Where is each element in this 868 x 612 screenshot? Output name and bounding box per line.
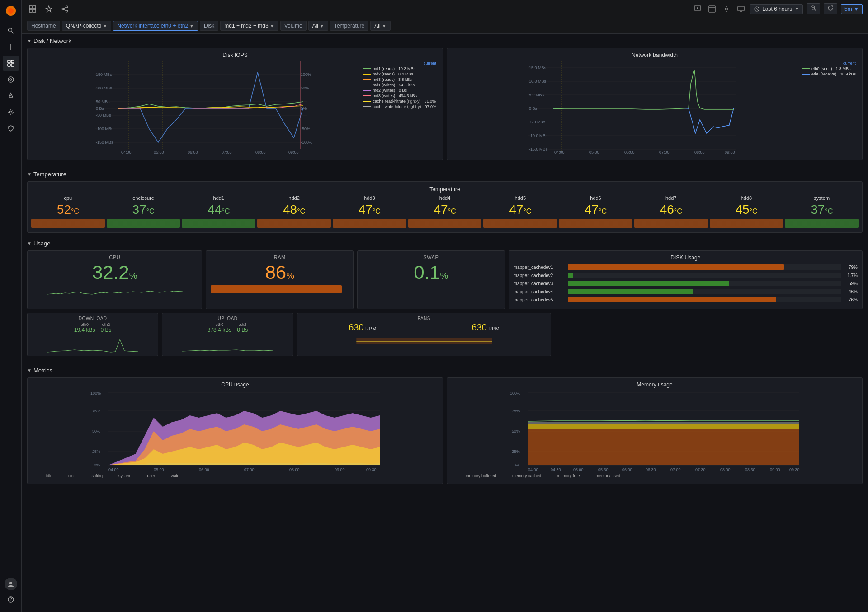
hostname-filter[interactable]: QNAP-collectd ▼ — [62, 21, 112, 31]
svg-text:07:00: 07:00 — [222, 150, 232, 155]
disk-bar-fill-cachedev4 — [568, 289, 693, 294]
svg-point-10 — [8, 77, 14, 82]
legend-md2-reads: md2 (reads)8.4 MBs — [363, 72, 436, 76]
svg-text:05:00: 05:00 — [154, 150, 164, 155]
chevron-down-icon: ▼ — [270, 24, 274, 28]
temp-hdd1: hdd1 44°C — [182, 195, 255, 228]
temp-hdd4-label: hdd4 — [408, 195, 482, 201]
svg-text:0 Bs: 0 Bs — [529, 106, 538, 111]
svg-text:10.0 MBs: 10.0 MBs — [529, 79, 547, 84]
fan1: 630 RPM — [349, 322, 376, 333]
ram-panel: RAM 86% — [206, 250, 354, 309]
legend-eth0-send: eth0 (send)1.8 MBs — [802, 66, 856, 71]
disk-filter[interactable]: md1 + md2 + md3 ▼ — [220, 21, 278, 31]
sidebar-item-add[interactable] — [3, 40, 19, 54]
temp-hdd5-value: 47°C — [483, 202, 557, 217]
time-range-picker[interactable]: Last 6 hours ▼ — [750, 4, 803, 14]
sidebar-item-configuration[interactable] — [3, 105, 19, 119]
svg-text:100 MBs: 100 MBs — [96, 86, 112, 90]
tv-mode-icon[interactable] — [736, 4, 746, 14]
svg-text:04:00: 04:00 — [554, 150, 565, 155]
interval-button[interactable]: 5m ▼ — [841, 4, 863, 14]
legend-md1-writes: md1 (writes)54.5 kBs — [363, 83, 436, 87]
grid-panel-icon[interactable] — [27, 4, 38, 14]
disk-pct-cachedev4: 46% — [841, 289, 858, 294]
sidebar-item-shield[interactable] — [3, 121, 19, 136]
current-label: current — [802, 61, 856, 66]
svg-text:09:00: 09:00 — [335, 467, 345, 472]
download-values: eth0 19.4 kBs eth2 0 Bs — [31, 322, 154, 333]
toggle-icon[interactable]: ▼ — [27, 38, 32, 43]
ram-title: RAM — [211, 254, 349, 260]
network-interface-filter[interactable]: Network interface eth0 + eth2 ▼ — [113, 21, 198, 31]
toggle-icon[interactable]: ▼ — [27, 172, 32, 177]
temperature-section: ▼ Temperature Temperature cpu 52°C enclo… — [22, 167, 868, 236]
svg-point-2 — [8, 28, 12, 32]
svg-line-26 — [64, 9, 66, 11]
svg-text:-100 MBs: -100 MBs — [96, 127, 113, 131]
upload-eth0-iface: eth0 — [208, 322, 231, 327]
temp-hdd4-bar — [408, 219, 482, 228]
download-eth0-value: 19.4 kBs — [74, 327, 95, 333]
svg-text:50%: 50% — [301, 86, 309, 90]
star-icon[interactable] — [43, 4, 54, 14]
svg-text:07:00: 07:00 — [244, 467, 255, 472]
svg-marker-124 — [528, 429, 799, 465]
view-mode-icon[interactable] — [707, 4, 717, 14]
disk-usage-panel: DISK Usage mapper_cachedev1 79% mapper_c… — [509, 250, 863, 309]
disk-bar-container-cachedev2 — [568, 273, 841, 278]
disk-iops-legend: current md1 (reads)19.3 MBs md2 (reads)8… — [363, 61, 436, 110]
cpu-sparkline — [32, 285, 197, 299]
sidebar-item-explore[interactable] — [3, 72, 19, 87]
network-interface-value: eth0 + eth2 — [161, 23, 188, 29]
download-eth0: eth0 19.4 kBs — [74, 322, 95, 333]
chevron-down-icon: ▼ — [382, 24, 387, 28]
volume-filter[interactable]: All ▼ — [308, 21, 328, 31]
sidebar-item-alerting[interactable] — [3, 89, 19, 103]
fan1-value: 630 — [349, 322, 363, 332]
temp-enclosure: enclosure 37°C — [107, 195, 180, 228]
toggle-icon[interactable]: ▼ — [27, 241, 32, 246]
temp-hdd1-bar — [182, 219, 255, 228]
temp-hdd4-value: 47°C — [408, 202, 482, 217]
cpu-usage-chart: 100% 75% 50% 25% 0% — [32, 391, 438, 472]
svg-rect-21 — [33, 9, 36, 12]
sidebar-logo[interactable] — [4, 4, 18, 18]
svg-text:07:00: 07:00 — [670, 467, 681, 472]
disk-pct-cachedev3: 59% — [841, 281, 858, 286]
svg-text:0 Bs: 0 Bs — [96, 106, 104, 111]
legend-mem-buffered: memory buffered — [455, 474, 496, 478]
sidebar-item-dashboards[interactable] — [3, 56, 19, 71]
svg-point-33 — [726, 8, 728, 10]
metrics-section: ▼ Metrics CPU usage 100% — [22, 363, 868, 488]
temp-hdd3: hdd3 47°C — [333, 195, 406, 228]
settings-icon[interactable] — [721, 4, 732, 14]
svg-point-1 — [8, 8, 14, 14]
add-panel-icon[interactable] — [692, 4, 703, 14]
temperature-filter[interactable]: All ▼ — [370, 21, 390, 31]
upload-sparkline — [166, 335, 289, 353]
svg-text:09:00: 09:00 — [288, 150, 299, 155]
temp-hdd4: hdd4 47°C — [408, 195, 482, 228]
disk-bar-container-cachedev1 — [568, 264, 841, 270]
legend-user: user — [137, 474, 156, 478]
svg-text:05:30: 05:30 — [598, 467, 609, 472]
refresh-button[interactable] — [824, 3, 837, 14]
ram-bar — [211, 285, 341, 293]
svg-line-25 — [64, 7, 66, 9]
upload-title: UPLOAD — [166, 316, 289, 321]
temp-cpu-bar — [31, 219, 105, 228]
svg-point-24 — [62, 8, 64, 10]
sidebar-item-search[interactable] — [3, 24, 19, 38]
zoom-out-button[interactable] — [807, 3, 820, 14]
temp-system: system 37°C — [785, 195, 859, 228]
upload-eth0: eth0 878.4 kBs — [208, 322, 231, 333]
disk-iops-title: Disk IOPS — [32, 52, 438, 58]
share-icon[interactable] — [60, 4, 71, 14]
section-title-text: Disk / Network — [33, 38, 71, 44]
disk-bar-fill-cachedev1 — [568, 264, 784, 270]
toggle-icon[interactable]: ▼ — [27, 368, 32, 373]
fans-title: Fans — [301, 316, 547, 321]
temp-hdd5-bar — [483, 219, 557, 228]
temp-system-value: 37°C — [785, 202, 859, 217]
